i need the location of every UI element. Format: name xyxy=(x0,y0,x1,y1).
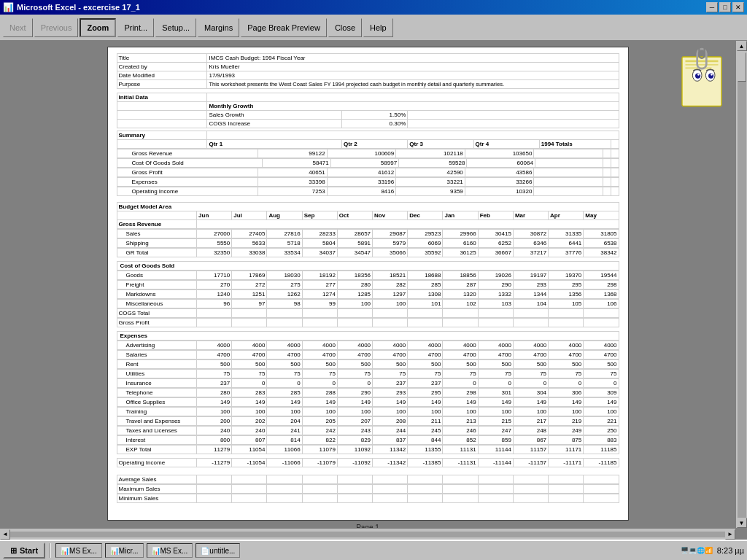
budget-cell: 800 xyxy=(197,435,232,444)
budget-cell xyxy=(478,318,513,327)
taskbar-item-3[interactable]: 📊 MS Ex... xyxy=(147,543,193,558)
v-scrollbar[interactable]: ▲ ▼ xyxy=(735,41,747,528)
budget-cell: 4700 xyxy=(197,350,232,359)
budget-cell xyxy=(302,494,337,502)
budget-cell: 285 xyxy=(267,388,302,397)
close-button[interactable]: ✕ xyxy=(732,2,744,12)
print-button[interactable]: Print... xyxy=(117,18,154,37)
next-button[interactable]: Next xyxy=(3,18,33,37)
summary-row-label: Expenses xyxy=(117,178,258,187)
budget-cell: 852 xyxy=(443,435,478,444)
budget-cell: -11066 xyxy=(267,458,302,467)
h-scroll-track[interactable] xyxy=(10,532,725,537)
help-button[interactable]: Help xyxy=(363,18,393,37)
budget-cell: 859 xyxy=(478,435,513,444)
budget-cell: 244 xyxy=(373,426,408,435)
budget-cell: 102 xyxy=(443,299,478,308)
h-scroll-right[interactable]: ► xyxy=(725,529,735,540)
budget-cell xyxy=(408,484,443,493)
title-label: Title xyxy=(117,54,207,63)
budget-cell xyxy=(478,494,513,502)
budget-cell: 1251 xyxy=(232,289,267,298)
budget-cell xyxy=(197,484,232,493)
taskbar-item-label-1: MS Ex... xyxy=(69,547,97,555)
budget-cell: 207 xyxy=(337,416,372,425)
budget-cell: 18192 xyxy=(302,271,337,279)
start-button[interactable]: ⊞ Start xyxy=(3,542,45,559)
table-row: Sales27000274052781628233286572908729523… xyxy=(117,229,619,238)
budget-cell: 4700 xyxy=(337,350,372,359)
created-by-label: Created by xyxy=(117,63,207,71)
taskbar-icon-1: 📊 xyxy=(61,547,69,555)
budget-cell: 0 xyxy=(232,378,267,387)
budget-cell: 149 xyxy=(267,397,302,406)
budget-cell: 221 xyxy=(584,416,619,425)
window-title: Microsoft Excel - excercise 17_1 xyxy=(17,3,140,12)
budget-cell xyxy=(549,308,584,317)
margins-button[interactable]: Margins xyxy=(198,18,239,37)
budget-row-label: Training xyxy=(117,407,197,416)
budget-cell: 4700 xyxy=(267,350,302,359)
taskbar-item-2[interactable]: 📊 Micr... xyxy=(105,543,144,558)
budget-cell: 100 xyxy=(513,407,548,416)
budget-cell: 867 xyxy=(513,435,548,444)
taskbar-item-1[interactable]: 📊 MS Ex... xyxy=(55,543,102,558)
budget-table: Budget Model Area Jun Jul Aug Sep Oct No… xyxy=(117,199,619,229)
budget-cell: 288 xyxy=(302,388,337,397)
budget-cell xyxy=(232,475,267,483)
summary-row-label: Gross Profit xyxy=(117,168,258,177)
page-break-button[interactable]: Page Break Preview xyxy=(241,18,327,37)
budget-cell: 28233 xyxy=(302,229,337,238)
taskbar: ⊞ Start 📊 MS Ex... 📊 Micr... 📊 MS Ex... … xyxy=(0,540,747,560)
budget-cell: 875 xyxy=(549,435,584,444)
initial-data-label: Initial Data xyxy=(117,93,207,102)
table-row: Gross Profit40651416124259043586 xyxy=(117,168,619,177)
start-label: Start xyxy=(20,546,38,555)
budget-cell: 100 xyxy=(443,407,478,416)
budget-cell: 275 xyxy=(267,280,302,289)
budget-cell: 75 xyxy=(232,369,267,378)
table-row: Markdowns1240125112621274128512971308132… xyxy=(117,289,619,298)
budget-cell xyxy=(232,494,267,502)
zoom-button[interactable]: Zoom xyxy=(80,18,116,37)
h-scrollbar[interactable]: ◄ ► xyxy=(0,528,735,540)
budget-cell: 4700 xyxy=(373,350,408,359)
taskbar-item-4[interactable]: 📄 untitle... xyxy=(196,543,240,558)
summary-cell: 58997 xyxy=(330,159,398,168)
v-scroll-up[interactable]: ▲ xyxy=(737,41,747,51)
summary-cell: 33221 xyxy=(396,178,465,187)
budget-cell: 4700 xyxy=(478,350,513,359)
budget-cell: 35066 xyxy=(373,248,408,257)
budget-cell xyxy=(197,475,232,483)
budget-cell: 98 xyxy=(267,299,302,308)
toolbar: Next Previous Zoom Print... Setup... Mar… xyxy=(0,15,747,41)
budget-cell: 242 xyxy=(302,426,337,435)
budget-cell: 18688 xyxy=(408,271,443,279)
preview-area[interactable]: Title IMCS Cash Budget: 1994 Fiscal Year… xyxy=(0,41,735,528)
budget-cell: 4700 xyxy=(232,350,267,359)
maximize-button[interactable]: □ xyxy=(719,2,731,12)
summary-cell: 40651 xyxy=(258,168,328,177)
table-row: Budget Model Area xyxy=(117,202,619,211)
h-scroll-left[interactable]: ◄ xyxy=(0,529,10,540)
setup-button[interactable]: Setup... xyxy=(155,18,196,37)
budget-cell: 29523 xyxy=(408,229,443,238)
budget-cell xyxy=(337,308,372,317)
budget-cell xyxy=(267,494,302,502)
budget-cell xyxy=(478,475,513,483)
title-bar: 📊 Microsoft Excel - excercise 17_1 ─ □ ✕ xyxy=(0,0,747,15)
budget-row-label: Taxes and Licenses xyxy=(117,426,197,435)
table-row: Cost Of Goods Sold58471589975952860064 xyxy=(117,159,619,168)
budget-cell: 1274 xyxy=(302,289,337,298)
v-scroll-down[interactable]: ▼ xyxy=(737,518,747,528)
budget-cell: 249 xyxy=(549,426,584,435)
date-modified-label: Date Modified xyxy=(117,71,207,80)
close-preview-button[interactable]: Close xyxy=(328,18,362,37)
previous-button[interactable]: Previous xyxy=(34,18,79,37)
v-scroll-thumb[interactable] xyxy=(738,52,746,82)
budget-cell: 500 xyxy=(197,359,232,368)
budget-cell: 1262 xyxy=(267,289,302,298)
budget-cell: 1356 xyxy=(549,289,584,298)
budget-cell: 247 xyxy=(478,426,513,435)
minimize-button[interactable]: ─ xyxy=(706,2,718,12)
